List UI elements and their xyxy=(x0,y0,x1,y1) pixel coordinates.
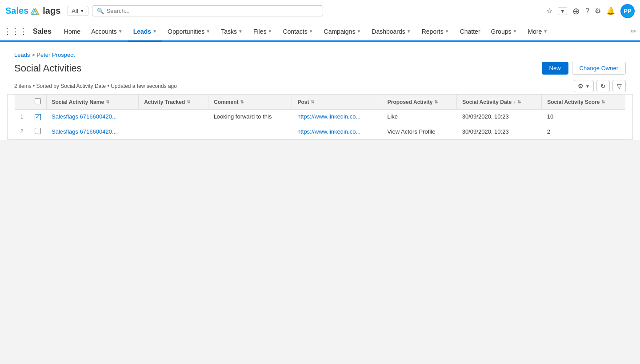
nav-item-contacts[interactable]: Contacts ▼ xyxy=(277,22,318,42)
toolbar: 2 items • Sorted by Social Activity Date… xyxy=(7,78,633,94)
refresh-icon: ↻ xyxy=(600,83,606,90)
chevron-down-icon: ▼ xyxy=(238,29,243,34)
new-button[interactable]: New xyxy=(542,62,568,75)
sort-icon-date-2: ⇅ xyxy=(517,99,521,104)
settings-icon[interactable]: ⚙ xyxy=(595,7,601,15)
chevron-down-icon: ▼ xyxy=(543,29,548,34)
search-input[interactable] xyxy=(107,8,318,14)
search-icon: 🔍 xyxy=(97,8,104,14)
nav-label-home: Home xyxy=(64,28,80,35)
nav-label-more: More xyxy=(528,28,542,35)
nav-app-name: Sales xyxy=(33,28,52,36)
col-header-tracked[interactable]: Activity Tracked ⇅ xyxy=(139,95,208,110)
header-buttons: New Change Owner xyxy=(542,62,626,75)
nav-item-reports[interactable]: Reports ▼ xyxy=(416,22,455,42)
sort-icon-score: ⇅ xyxy=(601,99,605,104)
notifications-icon[interactable]: 🔔 xyxy=(606,7,615,15)
cell-name: Salesflags 6716600420... xyxy=(46,124,139,139)
sort-icon-name: ⇅ xyxy=(106,99,109,104)
chevron-down-icon: ▼ xyxy=(512,29,517,34)
nav-item-leads[interactable]: Leads ▼ xyxy=(128,22,162,42)
cell-score: 10 xyxy=(542,110,625,124)
top-bar: Sales lags All ▼ 🔍 ☆ ▼ ⊕ ? ⚙ 🔔 PP xyxy=(0,0,640,22)
filter-button[interactable]: ▽ xyxy=(612,80,626,92)
col-header-score[interactable]: Social Activity Score ⇅ xyxy=(542,95,625,110)
sort-icon-proposed: ⇅ xyxy=(434,99,438,104)
nav-label-reports: Reports xyxy=(422,28,444,35)
help-icon[interactable]: ? xyxy=(585,7,589,15)
app-grid-icon[interactable]: ⋮⋮⋮ xyxy=(4,27,28,36)
global-search-bar[interactable]: 🔍 xyxy=(92,5,323,16)
sort-icon-post: ⇅ xyxy=(311,99,314,104)
row-number: 2 xyxy=(15,124,29,139)
breadcrumb: Leads > Peter Prospect xyxy=(7,46,633,60)
favorites-dropdown-icon[interactable]: ▼ xyxy=(558,7,567,15)
cell-comment: Looking forward to this xyxy=(208,110,292,124)
cell-name: Salesflags 6716600420... xyxy=(46,110,139,124)
gear-icon: ⚙ xyxy=(578,83,584,90)
row-select-cell[interactable]: ✓ xyxy=(29,110,46,124)
toolbar-info: 2 items • Sorted by Social Activity Date… xyxy=(14,83,177,89)
search-scope-select[interactable]: All ▼ xyxy=(68,6,88,16)
checked-box: ✓ xyxy=(35,114,41,120)
cell-date: 30/09/2020, 10:23 xyxy=(457,110,542,124)
filter-icon: ▽ xyxy=(617,83,622,90)
chevron-down-icon: ▼ xyxy=(407,29,411,34)
avatar-initials: PP xyxy=(624,8,631,14)
breadcrumb-separator: > xyxy=(32,51,36,58)
cell-proposed: View Actors Profile xyxy=(382,124,457,139)
col-label-tracked: Activity Tracked xyxy=(144,99,185,105)
nav-item-chatter[interactable]: Chatter xyxy=(455,22,486,42)
nav-item-opportunities[interactable]: Opportunities ▼ xyxy=(162,22,216,42)
row-name-link[interactable]: Salesflags 6716600420... xyxy=(52,128,117,135)
breadcrumb-leads-link[interactable]: Leads xyxy=(14,51,30,58)
row-post-link[interactable]: https://www.linkedin.co... xyxy=(297,113,360,120)
row-select-cell[interactable] xyxy=(29,124,46,139)
row-checkbox[interactable] xyxy=(35,128,41,134)
breadcrumb-current-link[interactable]: Peter Prospect xyxy=(36,51,75,58)
nav-item-accounts[interactable]: Accounts ▼ xyxy=(86,22,128,42)
nav-bar: ⋮⋮⋮ Sales Home Accounts ▼ Leads ▼ Opport… xyxy=(0,22,640,42)
refresh-button[interactable]: ↻ xyxy=(596,80,610,92)
nav-item-groups[interactable]: Groups ▼ xyxy=(486,22,523,42)
col-header-proposed[interactable]: Proposed Activity ⇅ xyxy=(382,95,457,110)
col-label-proposed: Proposed Activity xyxy=(388,99,433,105)
nav-item-files[interactable]: Files ▼ xyxy=(248,22,277,42)
nav-item-campaigns[interactable]: Campaigns ▼ xyxy=(319,22,367,42)
nav-item-dashboards[interactable]: Dashboards ▼ xyxy=(366,22,416,42)
col-header-post[interactable]: Post ⇅ xyxy=(292,95,382,110)
cell-tracked xyxy=(139,110,208,124)
change-owner-button[interactable]: Change Owner xyxy=(572,62,626,75)
favorites-icon[interactable]: ☆ xyxy=(546,7,552,15)
page-header: Social Activities New Change Owner xyxy=(7,60,633,78)
nav-label-dashboards: Dashboards xyxy=(372,28,405,35)
nav-item-home[interactable]: Home xyxy=(59,22,86,42)
cell-proposed: Like xyxy=(382,110,457,124)
search-scope-label: All xyxy=(72,8,78,14)
select-all-checkbox[interactable] xyxy=(35,98,41,104)
col-header-name[interactable]: Social Activity Name ⇅ xyxy=(46,95,139,110)
sort-icon-comment: ⇅ xyxy=(240,99,244,104)
row-number: 1 xyxy=(15,110,29,124)
user-avatar[interactable]: PP xyxy=(620,4,635,18)
row-post-link[interactable]: https://www.linkedin.co... xyxy=(297,128,360,135)
chevron-down-icon: ▼ xyxy=(206,29,210,34)
nav-edit-icon[interactable]: ✏ xyxy=(631,27,636,36)
chevron-down-icon: ▼ xyxy=(356,29,361,34)
nav-label-opportunities: Opportunities xyxy=(168,28,204,35)
sort-icon-tracked: ⇅ xyxy=(187,99,190,104)
cell-post: https://www.linkedin.co... xyxy=(292,110,382,124)
nav-item-tasks[interactable]: Tasks ▼ xyxy=(216,22,248,42)
add-icon[interactable]: ⊕ xyxy=(572,6,580,16)
table-row: 1 ✓ Salesflags 6716600420... Looking for… xyxy=(15,110,625,124)
app-logo[interactable]: Sales lags xyxy=(5,6,60,16)
row-name-link[interactable]: Salesflags 6716600420... xyxy=(52,113,117,120)
settings-dropdown-button[interactable]: ⚙ ▼ xyxy=(574,80,594,92)
cell-comment xyxy=(208,124,292,139)
col-header-comment[interactable]: Comment ⇅ xyxy=(208,95,292,110)
select-all-header[interactable] xyxy=(29,95,46,110)
col-header-date[interactable]: Social Activity Date ↓ ⇅ xyxy=(457,95,542,110)
chevron-down-icon: ▼ xyxy=(309,29,313,34)
nav-label-files: Files xyxy=(253,28,267,35)
nav-item-more[interactable]: More ▼ xyxy=(522,22,553,42)
